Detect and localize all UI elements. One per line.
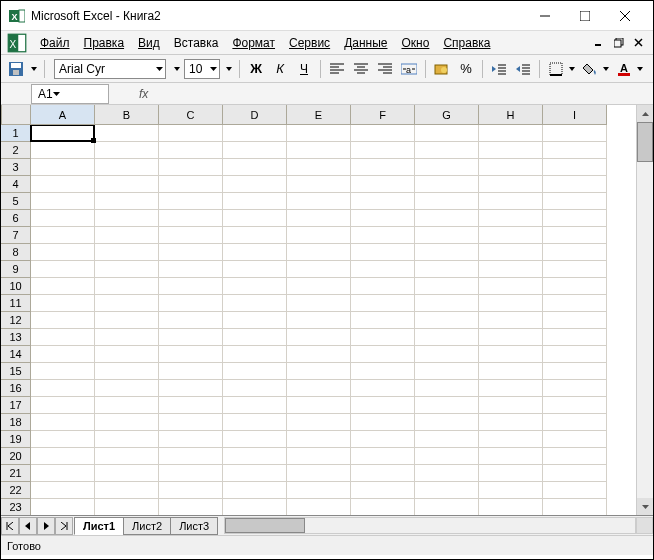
- italic-button[interactable]: К: [269, 58, 291, 80]
- cell[interactable]: [415, 125, 479, 142]
- font-size-selector[interactable]: 10: [184, 59, 220, 79]
- cell[interactable]: [95, 312, 159, 329]
- cell[interactable]: [287, 499, 351, 515]
- cell[interactable]: [287, 227, 351, 244]
- font-color-dropdown[interactable]: [635, 67, 645, 71]
- cell[interactable]: [159, 414, 223, 431]
- cell[interactable]: [351, 159, 415, 176]
- cell[interactable]: [543, 176, 607, 193]
- cell[interactable]: [159, 210, 223, 227]
- menu-window[interactable]: Окно: [394, 36, 436, 50]
- cell[interactable]: [95, 329, 159, 346]
- align-right-button[interactable]: [374, 58, 396, 80]
- cell[interactable]: [479, 448, 543, 465]
- cell[interactable]: [223, 193, 287, 210]
- cell[interactable]: [159, 346, 223, 363]
- scroll-up-arrow[interactable]: [637, 105, 653, 122]
- doc-restore-button[interactable]: [610, 34, 628, 52]
- cell[interactable]: [415, 244, 479, 261]
- maximize-button[interactable]: [565, 2, 605, 30]
- cell[interactable]: [479, 210, 543, 227]
- cell[interactable]: [223, 295, 287, 312]
- bold-button[interactable]: Ж: [245, 58, 267, 80]
- cell[interactable]: [31, 448, 95, 465]
- cell[interactable]: [223, 380, 287, 397]
- column-header[interactable]: C: [159, 105, 223, 125]
- column-header[interactable]: I: [543, 105, 607, 125]
- cell[interactable]: [287, 465, 351, 482]
- cell[interactable]: [415, 159, 479, 176]
- cell[interactable]: [159, 431, 223, 448]
- cell[interactable]: [415, 142, 479, 159]
- cell[interactable]: [351, 448, 415, 465]
- cell[interactable]: [223, 346, 287, 363]
- font-name-dropdown[interactable]: [172, 67, 182, 71]
- sheet-tab[interactable]: Лист2: [123, 517, 171, 535]
- row-header[interactable]: 2: [1, 142, 31, 159]
- row-header[interactable]: 19: [1, 431, 31, 448]
- cell[interactable]: [223, 397, 287, 414]
- cell[interactable]: [415, 482, 479, 499]
- cell[interactable]: [479, 329, 543, 346]
- cell[interactable]: [543, 329, 607, 346]
- cell[interactable]: [351, 210, 415, 227]
- column-header[interactable]: E: [287, 105, 351, 125]
- column-header[interactable]: G: [415, 105, 479, 125]
- row-header[interactable]: 20: [1, 448, 31, 465]
- cell[interactable]: [287, 244, 351, 261]
- cell[interactable]: [31, 312, 95, 329]
- cell[interactable]: [95, 125, 159, 142]
- save-button[interactable]: [5, 58, 27, 80]
- cell[interactable]: [287, 397, 351, 414]
- cell[interactable]: [351, 329, 415, 346]
- fill-color-dropdown[interactable]: [601, 67, 611, 71]
- cell[interactable]: [31, 329, 95, 346]
- cell[interactable]: [159, 295, 223, 312]
- doc-close-button[interactable]: [630, 34, 648, 52]
- cell[interactable]: [95, 465, 159, 482]
- cell[interactable]: [543, 380, 607, 397]
- row-header[interactable]: 17: [1, 397, 31, 414]
- cell[interactable]: [479, 244, 543, 261]
- cell[interactable]: [479, 176, 543, 193]
- cell[interactable]: [31, 176, 95, 193]
- cell[interactable]: [287, 278, 351, 295]
- name-box[interactable]: A1: [31, 84, 109, 104]
- cell[interactable]: [479, 363, 543, 380]
- cell[interactable]: [351, 227, 415, 244]
- cell[interactable]: [223, 142, 287, 159]
- cell[interactable]: [287, 142, 351, 159]
- cell[interactable]: [31, 380, 95, 397]
- sheet-nav-next[interactable]: [37, 517, 55, 535]
- cell[interactable]: [159, 363, 223, 380]
- cell[interactable]: [351, 278, 415, 295]
- cell[interactable]: [287, 363, 351, 380]
- row-header[interactable]: 23: [1, 499, 31, 515]
- cell[interactable]: [287, 261, 351, 278]
- cell[interactable]: [415, 261, 479, 278]
- cell[interactable]: [95, 499, 159, 515]
- cell[interactable]: [543, 278, 607, 295]
- font-color-button[interactable]: A: [613, 58, 635, 80]
- cell[interactable]: [287, 329, 351, 346]
- borders-button[interactable]: [545, 58, 567, 80]
- cell[interactable]: [159, 448, 223, 465]
- cell[interactable]: [479, 499, 543, 515]
- cell[interactable]: [351, 176, 415, 193]
- row-header[interactable]: 5: [1, 193, 31, 210]
- cell[interactable]: [479, 380, 543, 397]
- cell[interactable]: [543, 193, 607, 210]
- cell[interactable]: [479, 227, 543, 244]
- cell[interactable]: [415, 414, 479, 431]
- cell[interactable]: [415, 278, 479, 295]
- cell[interactable]: [287, 159, 351, 176]
- font-name-selector[interactable]: Arial Cyr: [54, 59, 166, 79]
- column-header[interactable]: B: [95, 105, 159, 125]
- menu-edit[interactable]: Правка: [77, 36, 132, 50]
- menu-file[interactable]: Файл: [33, 36, 77, 50]
- cell[interactable]: [351, 346, 415, 363]
- cell[interactable]: [351, 380, 415, 397]
- cell[interactable]: [159, 397, 223, 414]
- cell[interactable]: [159, 380, 223, 397]
- cell[interactable]: [543, 210, 607, 227]
